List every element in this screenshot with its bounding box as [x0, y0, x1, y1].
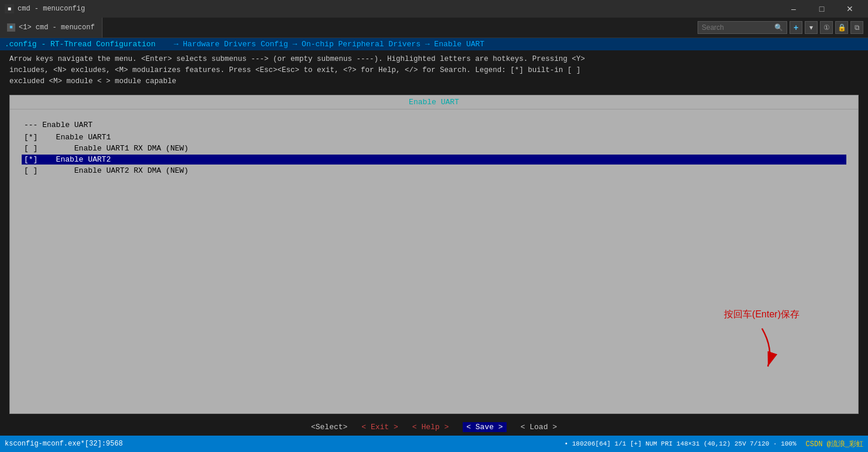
exit-btn[interactable]: < Exit >	[361, 423, 398, 432]
split-button[interactable]: ⧉	[850, 21, 863, 34]
menu-item-uart1[interactable]: [*] Enable UART1	[22, 132, 846, 142]
view-button[interactable]: ①	[820, 21, 833, 34]
app-icon: ■	[5, 4, 14, 13]
tab-toolbar: 🔍 + ▾ ① 🔒 ⧉	[102, 18, 868, 37]
select-btn[interactable]: <Select>	[311, 423, 347, 432]
help-line-1: Arrow keys navigate the menu. <Enter> se…	[9, 54, 859, 65]
annotation-text: 按回车(Enter)保存	[724, 309, 799, 321]
help-btn[interactable]: < Help >	[412, 423, 449, 432]
add-button[interactable]: +	[790, 21, 802, 34]
terminal-content: Arrow keys navigate the menu. <Enter> se…	[0, 50, 868, 436]
breadcrumb-bar: .config - RT-Thread Configuration → Hard…	[0, 38, 868, 50]
menu-item-uart2[interactable]: [*] Enable UART2	[22, 155, 846, 165]
dropdown-button[interactable]: ▾	[805, 21, 818, 34]
search-box[interactable]: 🔍	[698, 21, 787, 34]
menu-item-uart2-dma[interactable]: [ ] Enable UART2 RX DMA (NEW)	[22, 166, 846, 176]
close-button[interactable]: ✕	[836, 0, 863, 18]
status-info: • 180206[64] 1/1 [+] NUM PRI 148×31 (40,…	[565, 439, 864, 449]
menu-item-uart1-dma[interactable]: [ ] Enable UART1 RX DMA (NEW)	[22, 143, 846, 153]
tab-icon: ■	[7, 23, 15, 32]
tab-label: <1> cmd - menuconf	[19, 23, 95, 32]
status-csdn: CSDN @流浪_彩虹	[806, 439, 863, 449]
annotation-container: 按回车(Enter)保存	[724, 309, 799, 372]
window-title: cmd - menuconfig	[18, 5, 780, 13]
config-title: .config - RT-Thread Configuration	[5, 40, 155, 49]
help-line-3: excluded <M> module < > module capable	[9, 76, 859, 87]
status-coords: • 180206[64] 1/1 [+] NUM PRI 148×31 (40,…	[565, 440, 797, 447]
menuconfig-outer: Arrow keys navigate the menu. <Enter> se…	[0, 50, 868, 436]
lock-button[interactable]: 🔒	[835, 21, 848, 34]
tab-1[interactable]: ■ <1> cmd - menuconf	[0, 18, 102, 37]
status-bar: ksconfig-mconf.exe*[32]:9568 • 180206[64…	[0, 436, 868, 452]
help-text: Arrow keys navigate the menu. <Enter> se…	[0, 50, 868, 90]
search-icon: 🔍	[774, 23, 783, 32]
menu-item-header: --- Enable UART	[22, 120, 846, 130]
breadcrumb-path: → Hardware Drivers Config → On-chip Peri…	[160, 40, 484, 49]
menu-body: Enable UART --- Enable UART [*] Enable U…	[9, 95, 859, 414]
menu-buttons: <Select> < Exit > < Help > < Save > < Lo…	[0, 419, 868, 436]
status-process: ksconfig-mconf.exe*[32]:9568	[5, 440, 565, 448]
terminal-wrapper: .config - RT-Thread Configuration → Hard…	[0, 38, 868, 436]
title-bar: ■ cmd - menuconfig – □ ✕	[0, 0, 868, 18]
annotation-arrow	[739, 326, 785, 372]
window-controls: – □ ✕	[780, 0, 863, 18]
maximize-button[interactable]: □	[808, 0, 835, 18]
help-line-2: includes, <N> excludes, <M> modularizes …	[9, 65, 859, 76]
minimize-button[interactable]: –	[780, 0, 807, 18]
save-btn[interactable]: < Save >	[463, 422, 506, 432]
search-input[interactable]	[702, 23, 772, 32]
load-btn[interactable]: < Load >	[521, 423, 557, 432]
menu-title: Enable UART	[10, 95, 858, 109]
tab-bar: ■ <1> cmd - menuconf 🔍 + ▾ ① 🔒 ⧉	[0, 18, 868, 38]
